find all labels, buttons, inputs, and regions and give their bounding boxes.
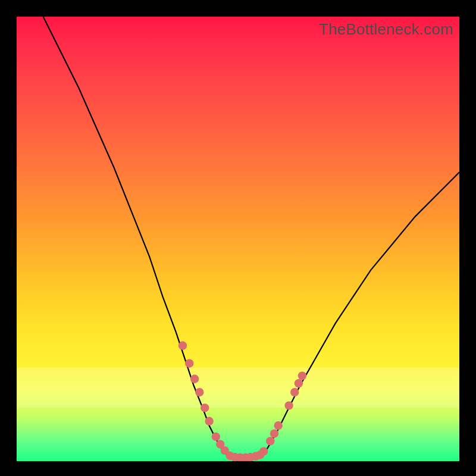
marker-dots — [178, 342, 306, 461]
frame: TheBottleneck.com — [0, 0, 476, 476]
marker-dot — [284, 401, 293, 409]
marker-dot — [290, 388, 299, 396]
marker-dot — [178, 342, 187, 350]
marker-dot — [298, 371, 306, 380]
marker-dot — [212, 433, 220, 441]
marker-dot — [201, 403, 209, 412]
marker-dot — [205, 417, 213, 425]
marker-dot — [274, 421, 283, 430]
marker-dot — [259, 447, 268, 455]
chart-svg — [17, 17, 459, 461]
marker-dot — [266, 437, 274, 445]
plot-area: TheBottleneck.com — [17, 17, 459, 461]
curve-right — [262, 172, 459, 456]
marker-dot — [185, 359, 193, 368]
marker-dot — [190, 375, 199, 383]
marker-dot — [270, 430, 278, 438]
marker-dot — [295, 379, 303, 387]
marker-dot — [195, 388, 203, 396]
